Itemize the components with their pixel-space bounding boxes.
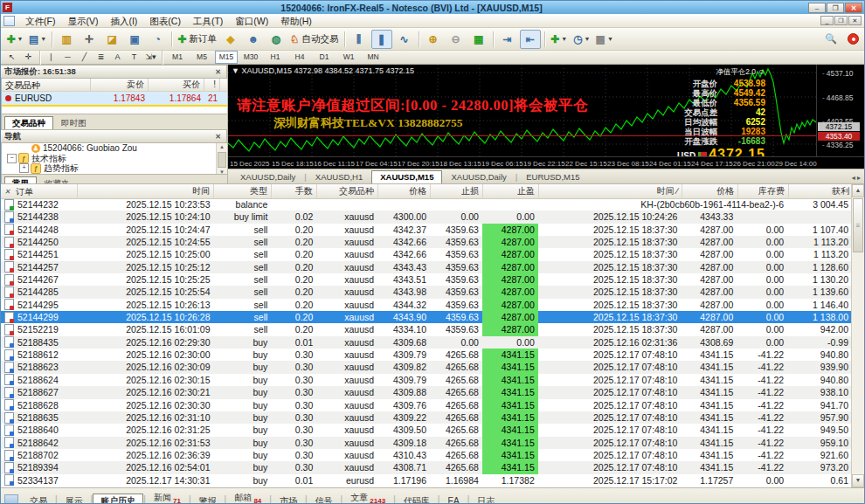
table-row[interactable]: 521886242025.12.16 02:30:15buy0.30xauusd… xyxy=(1,374,852,386)
column-header-6[interactable]: 止损 xyxy=(431,184,483,198)
chart-tab-XAUUSD-Daily[interactable]: XAUUSD,Daily xyxy=(232,170,304,183)
toolbox-tab-邮箱[interactable]: 邮箱 84 xyxy=(226,490,269,504)
chart-tab-XAUUSD-Daily[interactable]: XAUUSD,Daily xyxy=(442,170,515,183)
menu-item-显示[interactable]: 显示(V) xyxy=(61,15,104,27)
column-header-4[interactable]: 交易品种 xyxy=(317,184,378,198)
timeframe-m1-button[interactable]: M1 xyxy=(166,51,189,64)
timeframe-d1-button[interactable]: D1 xyxy=(313,51,336,64)
zoom-in-button[interactable]: ⊕ xyxy=(423,30,444,49)
toolbox-tab-新闻[interactable]: 新闻 71 xyxy=(146,490,189,504)
toolbox-tab-信号[interactable]: 信号 xyxy=(308,494,341,504)
column-header-3[interactable]: 手数 xyxy=(272,184,317,198)
new-order-button[interactable]: ✚新订单 xyxy=(176,30,218,49)
tile-windows-button[interactable]: ▦ xyxy=(468,30,489,49)
chart-tab-XAUUSD-H1[interactable]: XAUUSD,H1 xyxy=(307,170,371,183)
column-header-7[interactable]: 止盈 xyxy=(483,184,539,198)
menu-item-窗口[interactable]: 窗口(W) xyxy=(229,15,274,27)
market-watch-tab-交易品种[interactable]: 交易品种 xyxy=(4,116,53,129)
menu-item-帮助[interactable]: 帮助(H) xyxy=(274,15,318,27)
crosshair-tool-button[interactable]: ✛ xyxy=(20,51,37,64)
navigator-item[interactable]: +ƒ趋势指标 xyxy=(2,163,227,174)
algo-trading-button[interactable]: ♘自动交易 xyxy=(288,30,341,49)
table-row[interactable]: 521886272025.12.16 02:30:21buy0.30xauusd… xyxy=(1,386,852,398)
table-row[interactable]: 521886422025.12.16 02:31:53buy0.30xauusd… xyxy=(1,437,852,449)
column-header-9[interactable]: 价格 xyxy=(682,184,738,198)
toolbox-tab-日志[interactable]: 日志 xyxy=(469,494,502,504)
toolbox-tab-EA[interactable]: EA xyxy=(439,494,467,504)
table-row[interactable]: 521442512025.12.15 10:25:00sell0.20xauus… xyxy=(1,248,852,260)
table-row[interactable]: 521442382025.12.15 10:24:10buy limit0.02… xyxy=(1,211,852,223)
bar-chart-mode-button[interactable]: ⫼ xyxy=(349,30,370,49)
table-row[interactable]: 521886402025.12.16 02:31:25buy0.30xauusd… xyxy=(1,424,852,436)
toolbox-tab-警报[interactable]: 警报 xyxy=(191,494,225,504)
market-watch-close-icon[interactable]: ✕ xyxy=(213,68,223,76)
navigator-item[interactable]: −ƒ技术指标 xyxy=(2,154,227,164)
community-button[interactable]: ☻ xyxy=(243,30,264,49)
horizontal-line-tool-button[interactable]: ─ xyxy=(59,51,76,64)
table-row[interactable]: 521442572025.12.15 10:25:12sell0.20xauus… xyxy=(1,261,852,273)
close-button[interactable]: ✕ xyxy=(845,3,862,13)
menu-item-图表[interactable]: 图表(C) xyxy=(143,15,187,27)
navigator-scrollbar[interactable]: ▲▼ xyxy=(216,143,227,174)
table-row[interactable]: 521442952025.12.15 10:26:13sell0.20xauus… xyxy=(1,299,852,311)
market-watch-toggle-button[interactable]: ▥ xyxy=(56,30,77,49)
timeframe-m15-button[interactable]: M15 xyxy=(215,51,238,64)
notifications-icon[interactable] xyxy=(848,33,859,45)
chart-tab-XAUUSD-M15[interactable]: XAUUSD,M15 xyxy=(371,170,442,183)
mdi-minimize-button[interactable]: _ xyxy=(820,16,834,25)
cursor-tool-button[interactable]: ↖ xyxy=(3,51,20,64)
history-scrollbar[interactable]: ▲ ≡ ▼ xyxy=(851,184,864,487)
table-row[interactable]: 521442322025.12.15 10:23:53balanceKH-(2b… xyxy=(1,198,852,211)
scroll-down-icon[interactable]: ▼ xyxy=(852,474,864,487)
vertical-line-tool-button[interactable]: ❘ xyxy=(43,51,59,64)
table-row[interactable]: 521442852025.12.15 10:25:54sell0.20xauus… xyxy=(1,286,852,298)
column-header-11[interactable]: 获利 xyxy=(789,184,854,198)
timeframe-m30-button[interactable]: M30 xyxy=(239,51,262,64)
tree-expander-icon[interactable]: + xyxy=(19,163,29,173)
column-header-2[interactable]: 类型 xyxy=(214,184,272,198)
table-row[interactable]: 521884352025.12.16 02:29:30buy0.01xauusd… xyxy=(1,336,852,349)
period-selector-button[interactable]: ◷▼ xyxy=(571,30,592,49)
metaeditor-button[interactable]: ◆ xyxy=(220,30,241,49)
timeframe-w1-button[interactable]: W1 xyxy=(337,51,360,64)
menu-item-工具[interactable]: 工具(T) xyxy=(187,15,229,27)
zoom-out-button[interactable]: ⊖ xyxy=(446,30,467,49)
timeframe-h4-button[interactable]: H4 xyxy=(288,51,311,64)
chart-plot[interactable]: ▼ XAUUSD,M15 4372.98 4384.52 4371.75 437… xyxy=(228,65,817,156)
column-header-0[interactable]: ✕订单 xyxy=(1,184,78,198)
fibonacci-tool-button[interactable]: ≣ xyxy=(93,51,109,64)
line-chart-mode-button[interactable]: ∿ xyxy=(394,30,415,49)
strategy-tester-toggle-button[interactable]: ◔ xyxy=(147,30,168,49)
table-row[interactable]: 521893942025.12.16 02:54:01buy0.30xauusd… xyxy=(1,461,852,473)
toolbox-tab-文章[interactable]: 文章 2143 xyxy=(343,490,393,504)
website-button[interactable]: ◍ xyxy=(266,30,287,49)
menu-item-插入[interactable]: 插入(I) xyxy=(104,15,143,27)
chart-tab-scroll-arrows[interactable]: ◂ ▸ xyxy=(852,174,861,182)
table-row[interactable]: 523341372025.12.17 14:30:31buy0.01eurusd… xyxy=(1,474,852,487)
table-row[interactable]: 521886352025.12.16 02:31:10buy0.30xauusd… xyxy=(1,411,852,424)
trendline-tool-button[interactable]: ╱ xyxy=(76,51,93,64)
profiles-button[interactable]: ▤▼ xyxy=(27,30,48,49)
toolbox-tab-交易[interactable]: 交易 xyxy=(22,494,55,504)
scroll-up-icon[interactable]: ▲ xyxy=(852,184,864,197)
maximize-button[interactable]: ❐ xyxy=(827,3,844,13)
objects-dropdown-button[interactable]: ⇲▾ xyxy=(142,51,159,64)
price-axis[interactable]: -4537.10-4468.85-4402.55-4336.25-4269.95… xyxy=(817,65,864,156)
chart-shift-button[interactable]: ⇤ xyxy=(520,30,541,49)
column-header-10[interactable]: 库存费 xyxy=(738,184,789,198)
minimize-button[interactable]: – xyxy=(808,3,826,13)
tree-expander-icon[interactable]: − xyxy=(7,154,17,163)
auto-scroll-button[interactable]: ⇥ xyxy=(497,30,518,49)
mdi-restore-button[interactable]: ❐ xyxy=(834,16,848,25)
timeframe-mn-button[interactable]: MN xyxy=(362,51,384,64)
timeframe-h1-button[interactable]: H1 xyxy=(264,51,287,64)
column-header-1[interactable]: 时间 xyxy=(78,184,214,198)
chart-tab-EURUSD-M15[interactable]: EURUSD,M15 xyxy=(517,170,588,183)
toolbox-tab-账户历史[interactable]: 账户历史 xyxy=(93,494,143,504)
mdi-close-button[interactable]: ✕ xyxy=(848,16,862,25)
market-watch-row[interactable]: EURUSD1.178431.1786421 xyxy=(2,92,227,105)
toolbox-tab-代码库[interactable]: 代码库 xyxy=(396,494,438,504)
data-window-toggle-button[interactable]: ✛ xyxy=(79,30,100,49)
table-row[interactable]: 521886232025.12.16 02:30:09buy0.30xauusd… xyxy=(1,361,852,373)
market-watch-tab-即时图[interactable]: 即时图 xyxy=(53,116,94,129)
